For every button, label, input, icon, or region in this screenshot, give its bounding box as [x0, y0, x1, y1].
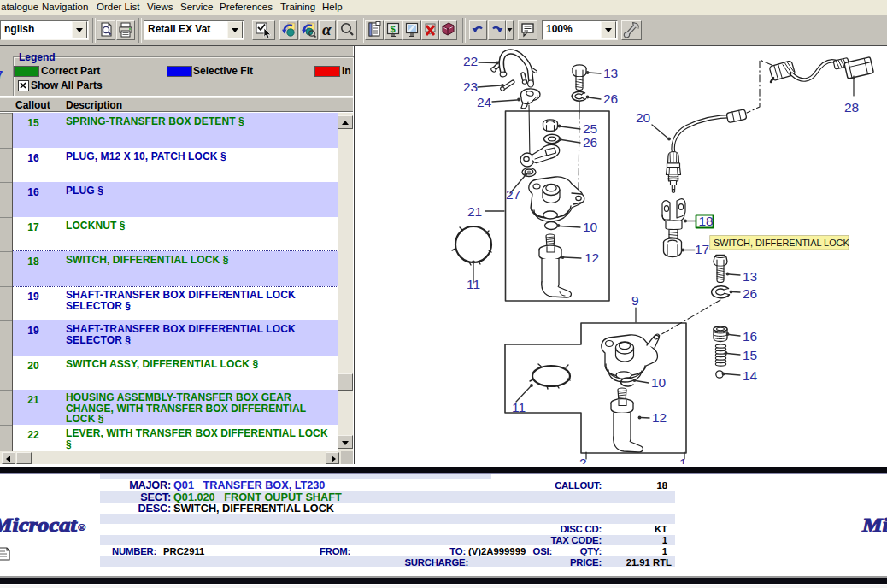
svg-text:17: 17 [695, 242, 709, 256]
svg-text:28: 28 [844, 100, 859, 115]
svg-text:20: 20 [636, 110, 651, 125]
svg-text:27: 27 [506, 187, 520, 202]
svg-text:18: 18 [699, 214, 714, 228]
svg-text:11: 11 [512, 400, 526, 415]
svg-text:22: 22 [463, 54, 478, 68]
svg-text:24: 24 [477, 95, 492, 109]
svg-text:25: 25 [583, 121, 597, 136]
svg-text:21: 21 [467, 204, 482, 219]
svg-text:10: 10 [583, 220, 598, 234]
svg-text:12: 12 [584, 250, 599, 265]
svg-text:$: $ [391, 24, 396, 34]
svg-text:1: 1 [679, 456, 687, 464]
svg-text:26: 26 [603, 91, 618, 106]
svg-text:SWITCH, DIFFERENTIAL LOCK: SWITCH, DIFFERENTIAL LOCK [714, 238, 849, 248]
svg-text:2: 2 [579, 456, 587, 464]
svg-text:13: 13 [603, 66, 618, 80]
svg-text:10: 10 [651, 375, 667, 390]
svg-text:15: 15 [743, 348, 757, 362]
svg-text:16: 16 [743, 329, 757, 344]
svg-text:26: 26 [583, 135, 597, 150]
svg-text:12: 12 [652, 410, 667, 425]
svg-text:23: 23 [463, 79, 478, 94]
svg-text:13: 13 [743, 269, 757, 284]
svg-text:9: 9 [631, 293, 639, 308]
svg-text:14: 14 [743, 368, 758, 383]
svg-text:11: 11 [467, 277, 480, 291]
svg-text:26: 26 [743, 286, 757, 301]
